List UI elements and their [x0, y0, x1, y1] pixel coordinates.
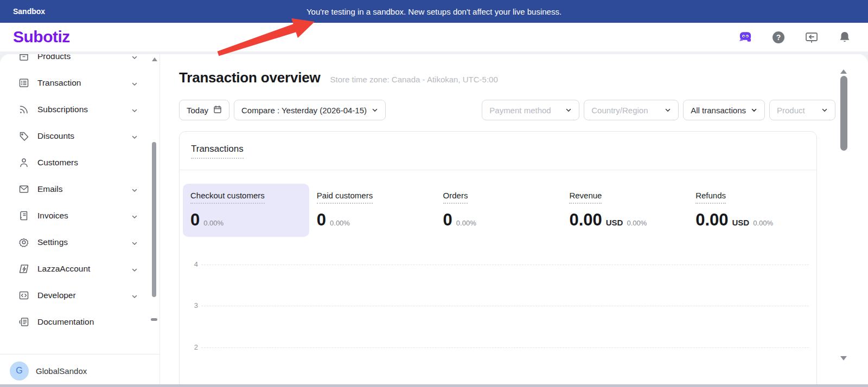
metric-value: 0.00	[695, 210, 728, 230]
sidebar-item-products[interactable]: Products	[0, 54, 148, 69]
main-scroll-down-arrow[interactable]	[840, 356, 847, 360]
question-mark-glyph: ?	[773, 31, 784, 43]
sidebar-item-lazza-account[interactable]: LazzaAccount	[0, 255, 148, 282]
emails-icon	[18, 184, 29, 195]
metric-label: Refunds	[695, 191, 726, 204]
metric-value-row: 0.00 USD 0.00%	[695, 210, 807, 230]
account-switcher[interactable]: G GlobalSandox	[0, 354, 159, 387]
date-range-button[interactable]: Today	[179, 100, 229, 120]
sidebar-item-label: Documentation	[37, 317, 148, 327]
metric-label: Revenue	[569, 191, 602, 204]
metric-value: 0	[317, 210, 326, 230]
metric-paid-customers[interactable]: Paid customers 0 0.00%	[309, 184, 436, 237]
chevron-down-icon	[821, 106, 828, 115]
help-icon[interactable]: ?	[771, 30, 786, 44]
horizontal-scrollbar[interactable]	[0, 384, 868, 387]
sidebar-item-transaction[interactable]: Transaction	[0, 69, 148, 96]
filter-bar-spacer	[386, 100, 482, 120]
calendar-icon	[213, 105, 222, 115]
developer-icon	[18, 290, 29, 301]
sidebar: Products Transaction Subscriptions	[0, 54, 160, 387]
app-logo[interactable]: Subotiz	[13, 28, 70, 46]
sidebar-item-settings[interactable]: Settings	[0, 229, 148, 255]
compare-label: Compare : Yesterday (2026-04-15)	[241, 106, 367, 115]
product-placeholder: Product	[777, 106, 805, 115]
sidebar-item-developer[interactable]: Developer	[0, 282, 148, 308]
metric-value: 0	[443, 210, 452, 230]
sidebar-item-label: Developer	[37, 291, 131, 300]
metrics-row: Checkout customers 0 0.00% Paid customer…	[183, 184, 814, 237]
metric-orders[interactable]: Orders 0 0.00%	[436, 184, 562, 237]
metric-currency: USD	[732, 218, 750, 227]
metric-label: Paid customers	[317, 191, 373, 204]
subscriptions-icon	[18, 104, 29, 115]
avatar: G	[10, 362, 29, 380]
sidebar-scrollbar	[151, 54, 157, 387]
notifications-bell-icon[interactable]	[838, 30, 852, 44]
sidebar-item-label: Invoices	[37, 211, 131, 221]
card-divider	[180, 170, 816, 170]
sidebar-item-label: Discounts	[37, 131, 131, 141]
chevron-down-icon	[131, 212, 138, 219]
transactions-chart: 4 3 2	[180, 251, 816, 387]
page-title: Transaction overview	[179, 69, 320, 86]
sandbox-message: You're testing in a sandbox. New setups …	[0, 7, 868, 16]
y-axis-tick: 4	[190, 260, 198, 268]
payment-method-dropdown[interactable]: Payment method	[482, 100, 579, 120]
products-icon	[18, 54, 29, 62]
header-icon-group: ?	[738, 23, 852, 51]
gridline	[201, 306, 809, 306]
gridline	[201, 347, 809, 348]
sidebar-item-label: Emails	[37, 184, 131, 194]
sidebar-item-documentation[interactable]: Documentation	[0, 308, 148, 335]
main-scroll-up-arrow[interactable]	[840, 69, 847, 74]
sidebar-item-emails[interactable]: Emails	[0, 176, 148, 202]
chevron-down-icon	[131, 106, 138, 113]
gridline	[201, 265, 809, 265]
transactions-type-dropdown[interactable]: All transactions	[683, 100, 765, 120]
chevron-down-icon	[131, 54, 138, 60]
chevron-down-icon	[131, 266, 138, 272]
metric-value: 0	[190, 210, 200, 230]
metric-checkout-customers[interactable]: Checkout customers 0 0.00%	[183, 184, 309, 237]
sidebar-item-invoices[interactable]: Invoices	[0, 202, 148, 229]
discounts-icon	[18, 131, 29, 141]
metric-percent: 0.00%	[203, 219, 224, 227]
transaction-icon	[18, 78, 29, 88]
sidebar-item-customers[interactable]: Customers	[0, 149, 148, 176]
sidebar-item-discounts[interactable]: Discounts	[0, 122, 148, 149]
country-region-dropdown[interactable]: Country/Region	[584, 100, 679, 120]
settings-icon	[18, 237, 29, 248]
sidebar-scrollbar-thumb[interactable]	[152, 142, 156, 297]
sidebar-item-label: Transaction	[37, 78, 131, 88]
transactions-type-label: All transactions	[691, 106, 746, 115]
y-axis-tick: 3	[190, 301, 198, 309]
chevron-down-icon	[565, 106, 572, 115]
sidebar-nav: Products Transaction Subscriptions	[0, 54, 148, 335]
metric-refunds[interactable]: Refunds 0.00 USD 0.00%	[688, 184, 814, 237]
screen-share-icon[interactable]	[805, 30, 819, 44]
sidebar-scroll-up-arrow[interactable]	[152, 57, 157, 61]
account-name: GlobalSandox	[36, 366, 87, 376]
main-content: Transaction overview Store time zone: Ca…	[161, 54, 868, 387]
metric-revenue[interactable]: Revenue 0.00 USD 0.00%	[561, 184, 688, 237]
sidebar-item-label: LazzaAccount	[37, 264, 131, 274]
chevron-down-icon	[131, 186, 138, 192]
main-scrollbar-thumb[interactable]	[840, 76, 847, 151]
metric-label: Orders	[443, 191, 468, 204]
sidebar-item-subscriptions[interactable]: Subscriptions	[0, 96, 148, 122]
compare-dropdown[interactable]: Compare : Yesterday (2026-04-15)	[234, 100, 386, 120]
sidebar-scroll-down-arrow[interactable]	[151, 318, 157, 321]
metric-percent: 0.00%	[456, 219, 476, 227]
chevron-down-icon	[131, 133, 138, 139]
metric-value-row: 0 0.00%	[317, 210, 428, 230]
chevron-down-icon	[665, 106, 671, 115]
product-dropdown[interactable]: Product	[769, 100, 835, 120]
metric-currency: USD	[606, 218, 623, 227]
sidebar-item-label: Settings	[37, 237, 131, 247]
chatbot-icon[interactable]	[738, 30, 752, 44]
sandbox-badge: Sandbox	[13, 7, 45, 16]
store-timezone-note: Store time zone: Canada - Atikokan, UTC-…	[330, 75, 497, 84]
transactions-card: Transactions Checkout customers 0 0.00% …	[179, 131, 817, 387]
documentation-icon	[18, 317, 29, 327]
